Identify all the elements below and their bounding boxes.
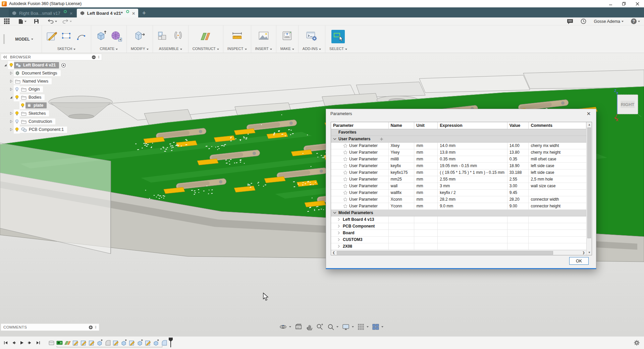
visibility-bulb-on-icon[interactable]: [14, 93, 20, 101]
ribbon-panel-label[interactable]: SKETCH: [57, 46, 76, 52]
visibility-bulb-off-icon[interactable]: [14, 117, 20, 126]
app-grid-icon[interactable]: [4, 18, 10, 24]
expression-cell[interactable]: 0.35 mm: [438, 156, 507, 162]
grid-layout-tool[interactable]: [358, 323, 369, 330]
scroll-left-icon[interactable]: ❮: [331, 250, 336, 255]
scrollbar-thumb[interactable]: [587, 128, 591, 238]
browser-item-plate[interactable]: plate: [1, 101, 102, 109]
document-tab[interactable]: Left Board 4 v21* ×: [77, 9, 138, 17]
comment-cell[interactable]: connector height: [529, 203, 586, 209]
model-parameter-group-row[interactable]: 2X08: [331, 243, 586, 250]
comment-cell[interactable]: cherry mx widht: [529, 143, 586, 149]
document-tab[interactable]: Right Boa...small v17 ×: [9, 9, 76, 17]
timeline-feature-sketch[interactable]: [72, 339, 79, 346]
expander-icon[interactable]: [8, 120, 14, 123]
expander-icon[interactable]: [8, 128, 14, 131]
ribbon-panel-label[interactable]: CREATE: [100, 46, 118, 52]
expander-icon[interactable]: [8, 80, 14, 83]
favorite-star-icon[interactable]: [343, 184, 347, 188]
visibility-bulb-on-icon[interactable]: [19, 101, 25, 109]
orbit-tool[interactable]: [279, 323, 291, 330]
viewports-tool[interactable]: [372, 324, 383, 330]
zoom-window-tool[interactable]: [327, 323, 338, 330]
column-header[interactable]: Unit: [414, 122, 438, 129]
comment-cell[interactable]: left side case: [529, 163, 586, 169]
timeline-feature-extrude[interactable]: [137, 339, 144, 346]
expression-cell[interactable]: 9.0 mm: [438, 203, 507, 209]
parameter-row[interactable]: User Parameter mm25 mm 2.55 mm 2.55 2,5 …: [331, 176, 586, 183]
insert-image-icon[interactable]: [258, 30, 270, 43]
scripts-addins-icon[interactable]: [306, 30, 318, 43]
tab-close-icon[interactable]: ×: [70, 11, 73, 16]
comment-cell[interactable]: wall size case: [529, 183, 586, 189]
comment-cell[interactable]: mill ofset case: [529, 156, 586, 162]
timeline-feature-extrude[interactable]: [153, 339, 160, 346]
construction-plane-icon[interactable]: [200, 30, 212, 43]
timeline-feature-sketch[interactable]: [128, 339, 136, 346]
expression-cell[interactable]: 14.0 mm: [438, 143, 507, 149]
comment-cell[interactable]: [529, 190, 586, 196]
timeline-position-marker[interactable]: [168, 337, 173, 347]
ribbon-panel-label[interactable]: ADD-INS: [303, 46, 321, 52]
favorite-star-icon[interactable]: [343, 191, 347, 195]
ribbon-panel-label[interactable]: MODIFY: [131, 46, 149, 52]
step-back-button[interactable]: [11, 341, 16, 345]
browser-item-left-board-4-v21[interactable]: Left Board 4 v21: [1, 61, 102, 69]
visibility-bulb-on-icon[interactable]: [14, 109, 20, 117]
comment-cell[interactable]: cherry mx height: [529, 149, 586, 156]
comment-cell[interactable]: connector width: [529, 196, 586, 203]
3d-print-icon[interactable]: [281, 30, 293, 43]
skip-start-button[interactable]: [3, 341, 8, 345]
redo-button[interactable]: [62, 19, 72, 23]
timeline-feature-plane[interactable]: [64, 339, 71, 346]
model-parameter-group-row[interactable]: Board: [331, 230, 586, 237]
timeline-feature-sketch[interactable]: [145, 339, 152, 346]
visibility-bulb-on-icon[interactable]: [14, 126, 20, 134]
scroll-down-icon[interactable]: ▼: [587, 250, 592, 255]
favorite-star-icon[interactable]: [343, 204, 347, 208]
expression-cell[interactable]: 28.2 mm: [438, 196, 507, 203]
parameter-row[interactable]: User Parameter keyfix175 mm ( ( 19.05 * …: [331, 169, 586, 176]
favorite-star-icon[interactable]: [343, 177, 347, 181]
expression-cell[interactable]: 3 mm: [438, 183, 507, 189]
favorite-star-icon[interactable]: [343, 150, 347, 154]
panel-grip[interactable]: ‖: [95, 325, 97, 329]
expander-icon[interactable]: [8, 112, 14, 115]
timeline-feature-sketch[interactable]: [88, 339, 95, 346]
workspace-selector[interactable]: MODEL: [7, 26, 42, 53]
close-button[interactable]: [631, 0, 644, 7]
file-menu-button[interactable]: [18, 19, 26, 24]
scroll-up-icon[interactable]: ▲: [587, 122, 592, 127]
display-settings-tool[interactable]: [342, 324, 354, 330]
browser-item-named-views[interactable]: Named Views: [1, 77, 102, 85]
browser-item-origin[interactable]: Origin: [1, 85, 102, 93]
arc-tool-icon[interactable]: [75, 30, 87, 43]
favorite-star-icon[interactable]: [343, 157, 347, 161]
expander-icon[interactable]: [8, 71, 14, 75]
new-tab-button[interactable]: +: [139, 9, 149, 17]
ribbon-panel-label[interactable]: CONSTRUCT: [193, 46, 219, 52]
user-account-menu[interactable]: Gosse Adema: [594, 19, 624, 24]
comment-cell[interactable]: left side case: [529, 169, 586, 176]
play-button[interactable]: [19, 341, 24, 345]
parameter-row[interactable]: User Parameter mill8 mm 0.35 mm 0.35 mil…: [331, 156, 586, 163]
dialog-close-icon[interactable]: ✕: [585, 111, 592, 117]
pan-tool[interactable]: [306, 323, 313, 330]
help-menu[interactable]: ?: [631, 18, 640, 24]
comments-bubble-icon[interactable]: [567, 19, 573, 24]
ribbon-panel-label[interactable]: SELECT: [329, 46, 347, 52]
timeline-feature-fillet[interactable]: [104, 339, 111, 346]
select-tool-icon[interactable]: [331, 30, 345, 43]
parameter-row[interactable]: User Parameter keyfix mm 19.05 mm - 0.15…: [331, 163, 586, 169]
add-parameter-icon[interactable]: [380, 137, 383, 141]
ribbon-panel-label[interactable]: MAKE: [280, 46, 294, 52]
expander-icon[interactable]: [8, 88, 14, 91]
browser-item-document-settings[interactable]: Document Settings: [1, 69, 102, 77]
browser-item-bodies[interactable]: Bodies: [1, 93, 102, 101]
rectangle-tool-icon[interactable]: [61, 30, 72, 43]
parameter-row[interactable]: User Parameter Xkey mm 14.0 mm 14.00 che…: [331, 143, 586, 149]
section-row[interactable]: Favorites: [331, 129, 586, 136]
press-pull-icon[interactable]: [133, 30, 146, 43]
favorite-star-icon[interactable]: [343, 197, 347, 201]
column-header[interactable]: Expression: [438, 122, 507, 129]
